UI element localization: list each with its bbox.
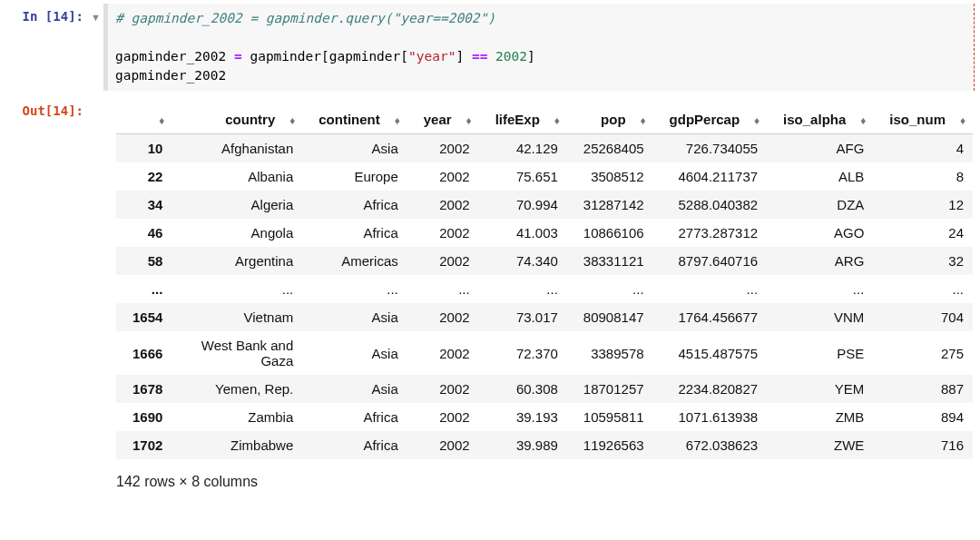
cell: 74.340 (479, 247, 567, 275)
code-token: = (234, 49, 242, 64)
code-token: # gapminder_2002 = gapminder.query("year… (115, 11, 495, 25)
cell: 275 (873, 331, 973, 375)
code-token: gapminder_2002 (115, 49, 226, 64)
code-token: gapminder_2002 (115, 68, 226, 83)
cell: ... (767, 275, 873, 303)
dataframe-table: ♦country♦continent♦year♦lifeExp♦pop♦gdpP… (116, 105, 973, 459)
cell: 704 (873, 303, 973, 331)
sort-icon[interactable]: ♦ (632, 114, 644, 127)
code-token: 2002 (495, 49, 527, 64)
cell: 10595811 (567, 403, 653, 431)
cell: 70.994 (479, 191, 567, 219)
cell-collapser-icon[interactable]: ▼ (91, 4, 103, 23)
table-header-row: ♦country♦continent♦year♦lifeExp♦pop♦gdpP… (116, 105, 973, 134)
cell: 32 (873, 247, 973, 275)
cell: Africa (302, 403, 407, 431)
cell: 672.038623 (653, 431, 768, 459)
cell: Angola (172, 219, 302, 247)
column-header[interactable]: lifeExp♦ (479, 105, 567, 134)
table-row: 1690ZambiaAfrica200239.193105958111071.6… (116, 403, 973, 431)
code-token: == (472, 49, 487, 64)
cell: 2002 (407, 375, 479, 403)
code-token: gapminder (329, 49, 401, 64)
cell: 72.370 (479, 331, 567, 375)
input-cell: In [14]: ▼ # gapminder_2002 = gapminder.… (0, 0, 980, 94)
cell: 4 (873, 134, 973, 163)
cell: Albania (172, 162, 302, 191)
column-label: iso_num (889, 112, 946, 127)
cell: 2002 (407, 247, 479, 275)
cell: AFG (767, 134, 873, 163)
column-header[interactable]: country♦ (172, 105, 302, 134)
cell: 3508512 (567, 162, 653, 191)
table-row: 10AfghanistanAsia200242.12925268405726.7… (116, 134, 973, 163)
cell: 60.308 (479, 375, 567, 403)
cell: 726.734055 (653, 134, 768, 163)
row-index: 1654 (116, 303, 172, 331)
column-header[interactable]: iso_num♦ (873, 105, 973, 134)
cell: 5288.040382 (653, 191, 768, 219)
cell: 4515.487575 (653, 331, 768, 375)
cell: Europe (302, 162, 407, 191)
cell: PSE (767, 331, 873, 375)
cell: 2234.820827 (653, 375, 768, 403)
table-row: 46AngolaAfrica200241.003108661062773.287… (116, 219, 973, 247)
output-cell: Out[14]: ♦country♦continent♦year♦lifeExp… (0, 94, 980, 503)
cell: Asia (302, 331, 407, 375)
row-index: 1690 (116, 403, 172, 431)
sort-icon[interactable]: ♦ (386, 114, 398, 127)
cell: ZWE (767, 431, 873, 459)
cell: 894 (873, 403, 973, 431)
cell: 41.003 (479, 219, 567, 247)
column-label: iso_alpha (783, 112, 846, 127)
sort-icon[interactable]: ♦ (745, 114, 758, 127)
row-index: 58 (116, 247, 172, 275)
sort-icon[interactable]: ♦ (851, 114, 864, 127)
cell: ZMB (767, 403, 873, 431)
cell: 10866106 (567, 219, 653, 247)
column-label: country (225, 112, 275, 127)
code-token: [ (321, 49, 329, 64)
column-header[interactable]: gdpPercap♦ (653, 105, 768, 134)
sort-icon[interactable]: ♦ (150, 114, 162, 127)
column-header[interactable]: pop♦ (567, 105, 653, 134)
column-header-index[interactable]: ♦ (116, 105, 172, 134)
cell: Argentina (172, 247, 302, 275)
table-row: ........................... (116, 275, 973, 303)
column-header[interactable]: iso_alpha♦ (767, 105, 873, 134)
cell: DZA (767, 191, 873, 219)
cell: Yemen, Rep. (172, 375, 302, 403)
cell: 18701257 (567, 375, 653, 403)
sort-icon[interactable]: ♦ (545, 114, 558, 127)
cell: 2002 (407, 191, 479, 219)
cell: ARG (767, 247, 873, 275)
cell: 39.989 (479, 431, 567, 459)
table-row: 1702ZimbabweAfrica200239.98911926563672.… (116, 431, 973, 459)
cell: ... (172, 275, 302, 303)
cell: 2002 (407, 403, 479, 431)
code-token: ] (527, 49, 535, 64)
column-label: pop (601, 112, 626, 127)
row-index: 1702 (116, 431, 172, 459)
cell: 2773.287312 (653, 219, 768, 247)
cell: YEM (767, 375, 873, 403)
cell: 11926563 (567, 431, 653, 459)
cell: ... (567, 275, 653, 303)
cell: Americas (302, 247, 407, 275)
cell: 4604.211737 (653, 162, 768, 191)
sort-icon[interactable]: ♦ (457, 114, 470, 127)
code-editor[interactable]: # gapminder_2002 = gapminder.query("year… (103, 4, 975, 91)
sort-icon[interactable]: ♦ (280, 114, 293, 127)
cell: Afghanistan (172, 134, 302, 163)
table-row: 22AlbaniaEurope200275.65135085124604.211… (116, 162, 973, 191)
cell: ... (479, 275, 567, 303)
row-index: 10 (116, 134, 172, 163)
sort-icon[interactable]: ♦ (951, 114, 964, 127)
column-header[interactable]: continent♦ (302, 105, 407, 134)
cell: 716 (873, 431, 973, 459)
column-label: year (424, 112, 452, 127)
row-index: 1678 (116, 375, 172, 403)
cell: Asia (302, 134, 407, 163)
column-header[interactable]: year♦ (407, 105, 479, 134)
column-label: gdpPercap (670, 112, 740, 127)
